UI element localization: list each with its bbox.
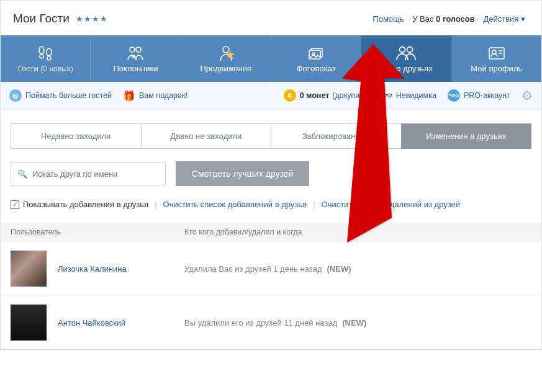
filter-tab-3[interactable]: Изменения в друзьях — [401, 123, 532, 149]
svg-point-14 — [492, 50, 496, 54]
pro-icon: PRO — [448, 89, 460, 102]
svg-point-12 — [407, 47, 413, 53]
nav-tab-мой-профиль[interactable]: Мой профиль — [452, 35, 541, 82]
svg-point-6 — [223, 47, 229, 53]
heart-people-icon — [91, 43, 180, 64]
clear-additions-link[interactable]: Очистить список добавлений в друзья — [163, 200, 307, 209]
col-header-user: Пользователь — [11, 228, 184, 236]
nav-tab-гости[interactable]: Гости (0 новых) — [1, 35, 91, 82]
status-text: Вы удалили его из друзей 11 дней назад — [184, 318, 337, 327]
svg-point-3 — [47, 56, 51, 60]
avatar[interactable] — [11, 251, 47, 287]
svg-point-2 — [47, 48, 52, 56]
target-icon: ◎ — [9, 89, 22, 102]
svg-marker-7 — [227, 52, 233, 58]
table-row: Антон ЧайковскийВы удалили его из друзей… — [1, 295, 541, 349]
svg-point-5 — [136, 47, 141, 52]
separator: · — [409, 14, 412, 24]
coin-icon: ¢ — [284, 89, 296, 102]
profile-card-icon — [452, 43, 541, 64]
chevron-down-icon: ▾ — [521, 14, 525, 24]
filter-tab-1[interactable]: Давно не заходили — [141, 123, 272, 149]
filter-tab-0[interactable]: Недавно заходили — [11, 123, 142, 149]
best-friends-button[interactable]: Смотреть лучших друзей — [176, 161, 309, 186]
catch-guests-link[interactable]: ◎ Поймать больше гостей — [9, 89, 112, 102]
show-additions-checkbox[interactable]: ✓ — [11, 200, 19, 209]
user-name-link[interactable]: Антон Чайковский — [58, 318, 125, 327]
col-header-who: Кто кого добавил/удалил и когда — [184, 228, 302, 236]
gift-icon: 🎁 — [123, 90, 135, 102]
nav-tab-всё-о-друзьях[interactable]: Всё о друзьях — [361, 35, 451, 82]
avatar[interactable] — [11, 305, 47, 341]
actions-link[interactable]: Действия ▾ — [483, 14, 525, 24]
gear-icon[interactable]: ⚙ — [522, 88, 533, 103]
votes-text: У Вас 0 голосов — [412, 14, 475, 24]
pro-link[interactable]: PRO PRO-аккаунт — [448, 89, 510, 102]
svg-point-4 — [130, 47, 135, 52]
new-badge: (NEW) — [327, 264, 351, 274]
status-text: Удалила Вас из друзей 1 день назад — [184, 264, 322, 274]
svg-point-11 — [400, 47, 405, 53]
filter-tab-2[interactable]: Заблокированные — [271, 123, 402, 149]
nav-tab-поклонники[interactable]: Поклонники — [91, 35, 181, 82]
search-friend-box[interactable]: 🔍 — [11, 162, 166, 185]
mask-icon: 👓 — [381, 90, 393, 101]
svg-point-0 — [39, 47, 44, 54]
search-icon: 🔍 — [17, 169, 27, 179]
new-badge: (NEW) — [342, 318, 366, 327]
photo-stack-icon — [271, 43, 361, 64]
svg-point-1 — [40, 55, 43, 58]
table-row: Лизочка КалининаУдалила Вас из друзей 1 … — [1, 241, 541, 295]
help-link[interactable]: Помощь — [373, 14, 404, 24]
show-additions-label: Показывать добавления в друзья — [23, 200, 148, 209]
search-input[interactable] — [32, 169, 159, 179]
separator: · — [476, 14, 479, 24]
gift-link[interactable]: 🎁 Вам подарок! — [123, 90, 187, 102]
footprints-icon — [1, 43, 90, 64]
nav-tab-фотопоказ[interactable]: Фотопоказ — [271, 35, 361, 82]
promote-star-icon — [181, 43, 271, 64]
friends-group-icon — [361, 43, 451, 64]
app-title: Мои Гости — [13, 12, 70, 25]
nav-tab-продвижение[interactable]: Продвижение — [181, 35, 271, 82]
clear-deletions-link[interactable]: Очистить список удалений из друзей — [322, 200, 461, 209]
invisible-link[interactable]: 👓 Невидимка — [381, 90, 436, 101]
coins-info[interactable]: ¢ 0 монет (докупить) — [284, 89, 370, 102]
rating-stars[interactable]: ★★★★ — [76, 14, 108, 24]
user-name-link[interactable]: Лизочка Калинина — [58, 264, 127, 274]
